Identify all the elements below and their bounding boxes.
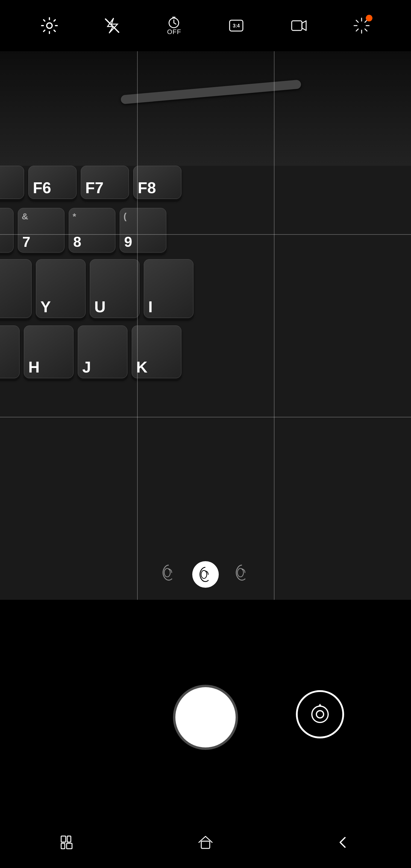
flash-off-icon[interactable]: [103, 17, 121, 35]
key-f7[interactable]: F7: [81, 166, 129, 199]
svg-rect-6: [292, 21, 302, 30]
key-g[interactable]: G: [0, 326, 20, 378]
viewfinder[interactable]: F5 F6 F7 F8 ^ 6 & 7 * 8 ( 9: [0, 51, 411, 600]
timer-icon[interactable]: OFF: [166, 16, 182, 36]
tyui-row: T Y U I: [0, 259, 193, 318]
svg-line-14: [356, 29, 358, 31]
hdr-icon[interactable]: [352, 17, 371, 35]
focus-selector: [161, 561, 250, 588]
settings-icon[interactable]: [40, 17, 59, 35]
number-row: ^ 6 & 7 * 8 ( 9: [0, 208, 166, 253]
aspect-ratio-icon[interactable]: 3:4: [227, 17, 245, 35]
key-f5[interactable]: F5: [0, 166, 24, 199]
svg-marker-19: [318, 704, 322, 707]
svg-point-17: [238, 568, 244, 577]
home-icon[interactable]: [197, 834, 214, 851]
svg-rect-23: [67, 843, 72, 849]
key-7[interactable]: & 7: [18, 208, 64, 253]
svg-text:3:4: 3:4: [232, 23, 240, 28]
key-i[interactable]: I: [144, 259, 193, 318]
key-6[interactable]: ^ 6: [0, 208, 13, 253]
key-f8[interactable]: F8: [133, 166, 181, 199]
key-h[interactable]: H: [24, 326, 73, 378]
svg-line-12: [365, 29, 367, 31]
camera-switch-button[interactable]: [296, 690, 344, 738]
grid-line-horizontal-2: [0, 417, 411, 417]
svg-rect-22: [61, 843, 65, 849]
camera-dark-top: [0, 51, 411, 166]
key-j[interactable]: J: [78, 326, 127, 378]
svg-rect-24: [201, 841, 210, 848]
back-icon[interactable]: [334, 834, 351, 851]
svg-rect-20: [61, 836, 66, 842]
focus-option-right[interactable]: [234, 564, 250, 585]
recent-apps-icon[interactable]: [60, 835, 77, 850]
key-f6[interactable]: F6: [28, 166, 76, 199]
top-bar: OFF 3:4: [0, 0, 411, 51]
svg-point-16: [201, 570, 207, 578]
svg-rect-21: [67, 836, 71, 842]
timer-label: OFF: [167, 28, 181, 36]
svg-point-0: [47, 23, 52, 28]
grid-line-vertical-2: [274, 51, 275, 600]
key-9[interactable]: ( 9: [120, 208, 166, 253]
ghjk-row: G H J K: [0, 326, 181, 378]
focus-option-center[interactable]: [192, 561, 219, 588]
key-t[interactable]: T: [0, 259, 32, 318]
key-k[interactable]: K: [132, 326, 181, 378]
grid-line-vertical-1: [137, 51, 138, 600]
svg-point-18: [316, 711, 324, 718]
svg-point-15: [164, 568, 170, 577]
grid-line-horizontal-1: [0, 234, 411, 235]
nav-bar: [0, 817, 411, 868]
video-icon[interactable]: [290, 17, 308, 35]
focus-option-left[interactable]: [161, 564, 177, 585]
key-u[interactable]: U: [90, 259, 139, 318]
svg-line-11: [356, 20, 358, 22]
shutter-button[interactable]: [176, 687, 235, 747]
fkey-row: F5 F6 F7 F8: [0, 166, 181, 199]
key-y[interactable]: Y: [36, 259, 86, 318]
orange-dot: [366, 15, 373, 22]
key-8[interactable]: * 8: [69, 208, 116, 253]
